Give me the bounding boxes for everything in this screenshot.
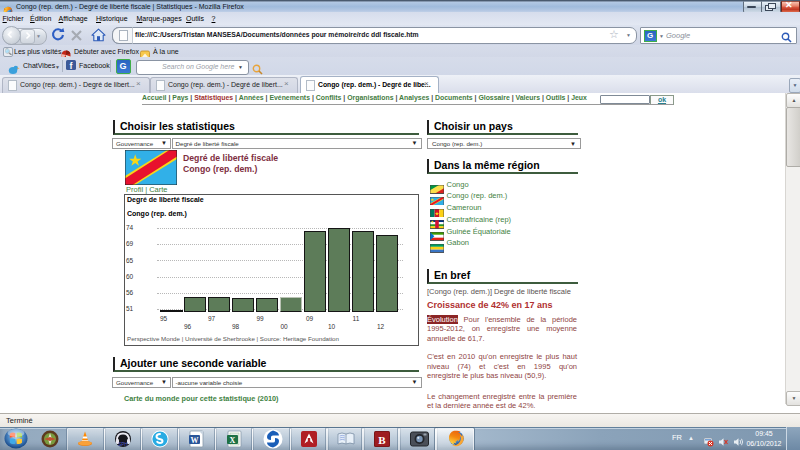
svg-text:X: X: [230, 436, 236, 445]
svg-text:B: B: [378, 434, 386, 446]
svg-text:SPH: SPH: [118, 442, 127, 447]
svg-text:W: W: [191, 436, 199, 445]
